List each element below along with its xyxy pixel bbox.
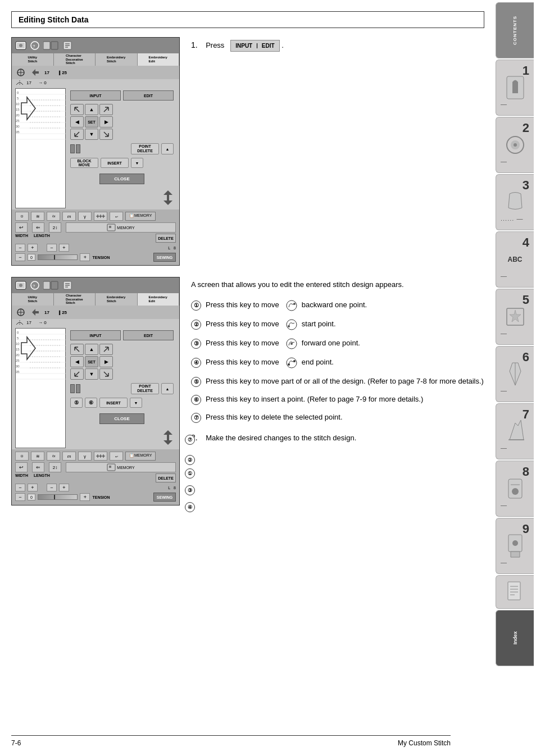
machine-tab-edit-1[interactable]: EmbroideryEdit <box>138 53 180 66</box>
stitch-arrow-left[interactable]: ↩ <box>15 222 28 233</box>
memory-btn-inline[interactable]: MEMORY <box>66 222 176 233</box>
stitch-num[interactable]: 2↕ <box>49 222 61 233</box>
stitch-cursive[interactable]: m <box>62 212 76 221</box>
down-btn-2[interactable]: ▼ <box>130 398 142 408</box>
stitch-num-2[interactable]: 2↕ <box>49 462 61 472</box>
close-button-2[interactable]: CLOSE <box>99 413 144 424</box>
machine-tab-char-2[interactable]: CharacterDecorativeStitch <box>54 293 96 306</box>
sidebar-tab-2[interactable]: 2 — <box>496 117 534 173</box>
arrow-upright-1[interactable] <box>99 104 113 115</box>
tension-minus-1[interactable]: − <box>15 253 25 261</box>
arrow-downright-1[interactable] <box>99 129 113 140</box>
tension-minus-2[interactable]: − <box>15 493 25 501</box>
delete-btn-2[interactable]: DELETE <box>156 473 176 482</box>
arrow-upleft-1[interactable] <box>70 104 84 115</box>
machine-tab-embr-1[interactable]: EmbroideryStitch <box>96 53 138 66</box>
sidebar-tab-4[interactable]: 4 ABC — <box>496 231 534 288</box>
insert-btn-2[interactable]: INSERT <box>99 398 128 408</box>
arrow-left-1[interactable]: ◀ <box>70 116 84 127</box>
sidebar-tab-7[interactable]: 7 — <box>496 403 534 459</box>
sidebar-tab-6[interactable]: 6 — <box>496 346 534 402</box>
stitch-wave[interactable]: ≋ <box>31 212 44 221</box>
width-plus-1[interactable]: + <box>28 244 38 252</box>
stitch-greek[interactable]: γ <box>78 212 92 221</box>
machine-tab-utility-1[interactable]: UtilityStitch <box>12 53 54 66</box>
edit-button-2[interactable]: EDIT <box>123 330 174 340</box>
sidebar-tab-5[interactable]: 5 — <box>496 289 534 345</box>
arrow-downleft-1[interactable] <box>70 129 84 140</box>
stitch-omega-2[interactable]: Ω <box>15 452 29 461</box>
sidebar-tab-3[interactable]: 3 ...... — <box>496 174 534 230</box>
num5-btn[interactable]: ⑤ <box>70 398 83 408</box>
point-delete-btn-1[interactable]: POINTDELETE <box>131 143 159 154</box>
stitch-arrow-left2-2[interactable]: ⇐ <box>32 462 44 472</box>
edit-button-1[interactable]: EDIT <box>123 90 174 101</box>
width-minus-1[interactable]: − <box>15 244 25 252</box>
stitch-greek-2[interactable]: γ <box>78 452 92 461</box>
machine-tab-char-1[interactable]: CharacterDecorativeStitch <box>54 53 96 66</box>
point-delete-btn-2[interactable]: POINTDELETE <box>131 383 159 394</box>
arrow-upleft-2[interactable] <box>70 344 84 355</box>
arrow-down-1[interactable]: ▼ <box>85 129 98 140</box>
arrow-downleft-2[interactable] <box>70 368 84 380</box>
stitch-arrow-left2[interactable]: ⇐ <box>32 222 44 233</box>
sidebar-tab-doc[interactable] <box>496 575 534 609</box>
memory-btn-1[interactable]: 📋MEMORY <box>125 212 156 221</box>
input-button-2[interactable]: INPUT <box>70 330 121 340</box>
sidebar-tab-contents[interactable]: CONTENTS <box>496 2 534 58</box>
stitch-return[interactable]: ↩ <box>110 212 123 221</box>
delete-btn-1[interactable]: DELETE <box>156 234 176 243</box>
arrow-upright-2[interactable] <box>99 344 113 355</box>
svg-text:20: 20 <box>16 353 20 357</box>
arrow-up-2[interactable]: ▲ <box>85 344 98 355</box>
sewing-btn-1[interactable]: SEWING <box>153 253 176 262</box>
tension-plus-1[interactable]: + <box>80 253 90 261</box>
length-plus-1[interactable]: + <box>59 244 69 252</box>
sewing-btn-2[interactable]: SEWING <box>153 493 176 502</box>
input-edit-inline-btn[interactable]: INPUT | EDIT <box>230 40 279 52</box>
stitch-return-2[interactable]: ↩ <box>110 452 123 461</box>
stitch-arrow-left-2[interactable]: ↩ <box>15 462 28 472</box>
num6-btn[interactable]: ⑥ <box>85 398 97 408</box>
tension-slider-2[interactable] <box>38 494 78 500</box>
stitch-omega[interactable]: Ω <box>15 212 29 221</box>
memory-btn-2[interactable]: 📋MEMORY <box>125 452 156 461</box>
sidebar-tab-9[interactable]: 9 — <box>496 518 534 574</box>
tension-slider-1[interactable] <box>38 254 78 260</box>
machine-tab-embr-2[interactable]: EmbroideryStitch <box>96 293 138 306</box>
down-btn-1[interactable]: ▼ <box>131 158 143 168</box>
close-button-1[interactable]: CLOSE <box>99 174 144 184</box>
length-minus-2[interactable]: − <box>47 484 57 491</box>
stitch-cursive-2[interactable]: m <box>62 452 76 461</box>
machine-tab-utility-2[interactable]: UtilityStitch <box>12 293 54 306</box>
arrow-right-2[interactable]: ▶ <box>99 356 113 367</box>
memory-btn-inline-2[interactable]: MEMORY <box>66 462 176 472</box>
sidebar-tab-index[interactable]: Index <box>496 610 534 666</box>
width-plus-2[interactable]: + <box>28 484 38 491</box>
stitch-pattern-2[interactable] <box>94 452 107 461</box>
length-minus-1[interactable]: − <box>47 244 57 252</box>
arrow-downright-2[interactable] <box>99 368 113 380</box>
up-btn-1[interactable]: ▲ <box>161 143 174 154</box>
arrow-left-2[interactable]: ◀ <box>70 356 84 367</box>
arrow-right-1[interactable]: ▶ <box>99 116 113 127</box>
stitch-wave-2[interactable]: ≋ <box>31 452 44 461</box>
up-btn-2[interactable]: ▲ <box>161 383 174 394</box>
width-length-row-1: WIDTH LENGTH DELETE <box>15 234 176 243</box>
insert-btn-1[interactable]: INSERT <box>101 158 129 168</box>
arrow-down-2[interactable]: ▼ <box>85 368 98 380</box>
set-button-1[interactable]: SET <box>85 116 98 127</box>
width-minus-2[interactable]: − <box>15 484 25 491</box>
set-button-2[interactable]: SET <box>85 356 98 367</box>
sidebar-tab-8[interactable]: 8 — <box>496 461 534 517</box>
tension-plus-2[interactable]: + <box>80 493 90 501</box>
stitch-pattern[interactable] <box>94 212 107 221</box>
stitch-hindi-2[interactable]: देव <box>47 452 60 461</box>
arrow-up-1[interactable]: ▲ <box>85 104 98 115</box>
machine-tab-edit-2[interactable]: EmbroideryEdit <box>138 293 180 306</box>
block-move-btn-1[interactable]: BLOCKMOVE <box>70 158 98 168</box>
input-button-1[interactable]: INPUT <box>70 90 121 101</box>
length-plus-2[interactable]: + <box>59 484 69 491</box>
sidebar-tab-1[interactable]: 1 — <box>496 60 534 116</box>
stitch-hindi[interactable]: देव <box>47 212 60 221</box>
